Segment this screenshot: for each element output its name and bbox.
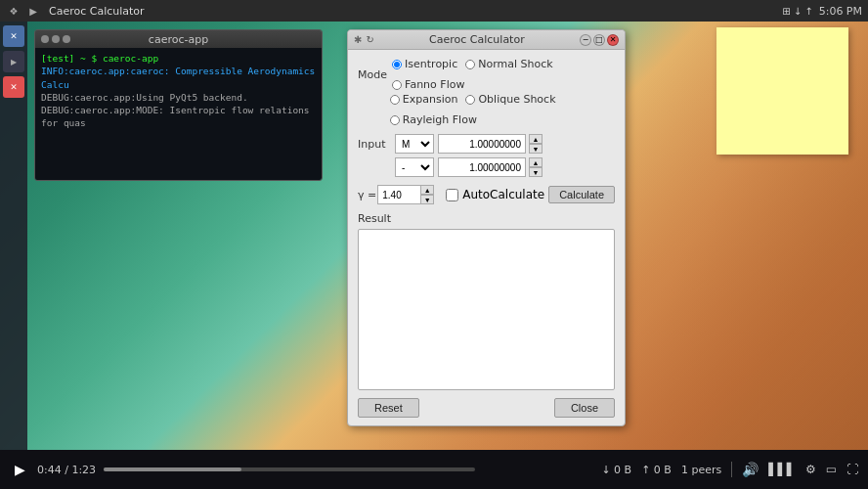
gamma-row: γ = ▲ ▼ AutoCalculate Calculate bbox=[358, 185, 615, 204]
spin-down-2[interactable]: ▼ bbox=[529, 167, 542, 177]
left-sidebar: ✕ ▶ ✕ bbox=[0, 22, 27, 450]
desktop-icon[interactable]: ❖ bbox=[6, 3, 22, 19]
input-value-1[interactable] bbox=[438, 134, 526, 154]
input-label: Input bbox=[358, 138, 395, 151]
radio-isentropic-input[interactable] bbox=[392, 60, 402, 69]
mode-section: Mode Isentropic Normal Shock Fanno Fl bbox=[358, 58, 615, 126]
top-taskbar: ❖ ▶ Caeroc Calculator ⊞ ↓ ↑ 5:06 PM bbox=[0, 0, 868, 22]
radio-fanno[interactable]: Fanno Flow bbox=[392, 78, 464, 91]
spin-up-2[interactable]: ▲ bbox=[529, 157, 542, 167]
close-button[interactable]: Close bbox=[554, 398, 615, 418]
input-value-2[interactable] bbox=[438, 157, 526, 177]
radio-expansion[interactable]: Expansion bbox=[390, 93, 458, 106]
mode-row-2: Expansion Oblique Shock Rayleigh Flow bbox=[358, 93, 615, 126]
expand-icon[interactable]: ⛶ bbox=[846, 463, 858, 476]
mode-group-2: Expansion Oblique Shock Rayleigh Flow bbox=[390, 93, 615, 126]
separator-1 bbox=[731, 462, 732, 477]
result-box bbox=[358, 229, 615, 390]
result-label: Result bbox=[358, 212, 615, 225]
input-combo-2: - ▲ ▼ bbox=[395, 157, 542, 177]
calculate-button[interactable]: Calculate bbox=[548, 186, 615, 203]
mode-label: Mode bbox=[358, 68, 392, 81]
peers-label: 1 peers bbox=[681, 464, 721, 476]
autocalc-checkbox[interactable] bbox=[446, 189, 458, 201]
input-combo-1: M ▲ ▼ bbox=[395, 134, 542, 154]
maximize-btn[interactable]: □ bbox=[593, 34, 605, 46]
dot-3 bbox=[63, 35, 70, 43]
spin-up-1[interactable]: ▲ bbox=[529, 134, 542, 144]
terminal-titlebar: caeroc-app bbox=[35, 30, 322, 48]
gamma-spin-up[interactable]: ▲ bbox=[420, 185, 434, 195]
app-label: Caeroc Calculator bbox=[45, 3, 149, 19]
gamma-spin-down[interactable]: ▼ bbox=[420, 195, 434, 204]
dot-1 bbox=[41, 35, 49, 43]
dot-2 bbox=[52, 35, 60, 43]
mode-group-1: Isentropic Normal Shock Fanno Flow bbox=[392, 58, 615, 91]
time-display: 0:44 / 1:23 bbox=[37, 464, 96, 476]
spin-down-1[interactable]: ▼ bbox=[529, 144, 542, 154]
gamma-input[interactable] bbox=[377, 185, 421, 204]
menu-icon[interactable]: ▶ bbox=[25, 3, 41, 19]
autocalc-container: AutoCalculate Calculate bbox=[446, 186, 615, 203]
progress-bar[interactable] bbox=[104, 467, 475, 471]
play-button[interactable]: ▶ bbox=[10, 460, 29, 479]
radio-rayleigh-input[interactable] bbox=[390, 115, 400, 125]
input-select-1[interactable]: M bbox=[395, 134, 434, 154]
terminal-line-2: INFO:caeroc.app:caeroc: Compressible Aer… bbox=[41, 65, 316, 91]
title-icon: ✱ bbox=[354, 34, 362, 45]
upload-label: ↑ 0 B bbox=[641, 464, 672, 476]
radio-normal-shock-label: Normal Shock bbox=[478, 58, 552, 70]
spin-btn-2: ▲ ▼ bbox=[529, 157, 542, 177]
window-icon[interactable]: ▭ bbox=[826, 463, 837, 476]
taskbar-left: ❖ ▶ Caeroc Calculator bbox=[6, 3, 149, 19]
calculator-window: ✱ ↻ Caeroc Calculator − □ ✕ Mode Isentro… bbox=[347, 29, 626, 426]
terminal-dots bbox=[41, 35, 70, 43]
radio-oblique-input[interactable] bbox=[465, 95, 475, 105]
radio-fanno-input[interactable] bbox=[392, 80, 402, 90]
radio-fanno-label: Fanno Flow bbox=[405, 78, 464, 91]
bottom-taskbar: ▶ 0:44 / 1:23 ↓ 0 B ↑ 0 B 1 peers 🔊 ▌▌▌ … bbox=[0, 450, 868, 489]
terminal-line-3: DEBUG:caeroc.app:Using PyQt5 backend. bbox=[41, 91, 316, 104]
progress-fill bbox=[104, 467, 241, 471]
sidebar-icon-3[interactable]: ✕ bbox=[3, 76, 24, 98]
settings-icon[interactable]: ⚙ bbox=[805, 463, 816, 476]
radio-isentropic[interactable]: Isentropic bbox=[392, 58, 457, 70]
autocalc-label: AutoCalculate bbox=[462, 188, 544, 201]
sidebar-icon-1[interactable]: ✕ bbox=[3, 25, 24, 47]
terminal-line-4: DEBUG:caeroc.app:MODE: Isentropic flow r… bbox=[41, 104, 316, 130]
input-select-2[interactable]: - bbox=[395, 157, 434, 177]
gamma-spin: ▲ ▼ bbox=[420, 185, 434, 204]
minimize-btn[interactable]: − bbox=[580, 34, 591, 46]
radio-normal-shock-input[interactable] bbox=[465, 60, 475, 69]
radio-oblique-label: Oblique Shock bbox=[478, 93, 555, 106]
terminal-title: caeroc-app bbox=[74, 33, 282, 46]
calc-title: Caeroc Calculator bbox=[374, 33, 580, 46]
input-row-2: - ▲ ▼ bbox=[358, 157, 615, 177]
signal-icon: ▌▌▌ bbox=[768, 463, 796, 476]
radio-rayleigh[interactable]: Rayleigh Flow bbox=[390, 113, 477, 126]
input-section: Input M ▲ ▼ bbox=[358, 134, 615, 177]
mode-row-1: Mode Isentropic Normal Shock Fanno Fl bbox=[358, 58, 615, 91]
radio-expansion-label: Expansion bbox=[403, 93, 458, 106]
media-controls: ▶ 0:44 / 1:23 bbox=[10, 460, 475, 479]
radio-oblique-shock[interactable]: Oblique Shock bbox=[465, 93, 555, 106]
result-section: Result bbox=[358, 212, 615, 390]
sidebar-icon-2[interactable]: ▶ bbox=[3, 51, 24, 72]
clock: 5:06 PM bbox=[819, 5, 862, 18]
input-row-1: Input M ▲ ▼ bbox=[358, 134, 615, 154]
close-window-btn[interactable]: ✕ bbox=[607, 34, 619, 46]
radio-normal-shock[interactable]: Normal Shock bbox=[465, 58, 552, 70]
calc-body: Mode Isentropic Normal Shock Fanno Fl bbox=[348, 50, 625, 425]
radio-expansion-input[interactable] bbox=[390, 95, 400, 105]
title-refresh: ↻ bbox=[366, 34, 373, 45]
radio-isentropic-label: Isentropic bbox=[405, 58, 457, 70]
window-controls: − □ ✕ bbox=[580, 34, 619, 46]
gamma-label: γ = bbox=[358, 189, 377, 201]
reset-button[interactable]: Reset bbox=[358, 398, 419, 418]
sticky-note bbox=[716, 27, 848, 155]
radio-rayleigh-label: Rayleigh Flow bbox=[403, 113, 477, 126]
bottom-right-controls: ↓ 0 B ↑ 0 B 1 peers 🔊 ▌▌▌ ⚙ ▭ ⛶ bbox=[601, 462, 858, 477]
taskbar-right: ⊞ ↓ ↑ 5:06 PM bbox=[782, 5, 862, 18]
desktop: ✕ ▶ ✕ caeroc-app [test] ~ $ caeroc-app I… bbox=[0, 0, 868, 450]
volume-icon[interactable]: 🔊 bbox=[742, 462, 759, 477]
